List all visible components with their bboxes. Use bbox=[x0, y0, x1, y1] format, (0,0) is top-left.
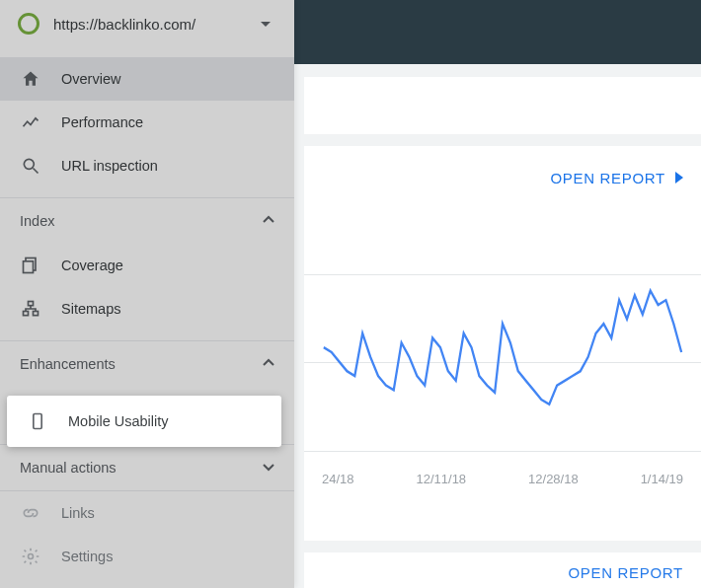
chevron-right-icon bbox=[675, 172, 683, 184]
sidebar-item-label: Sitemaps bbox=[61, 301, 120, 317]
performance-card: OPEN REPORT 24/18 12/11/18 12/28/18 1/14… bbox=[304, 146, 701, 541]
sidebar-item-label: Overview bbox=[61, 71, 120, 87]
second-card-header: OPEN REPORT bbox=[304, 552, 701, 588]
gear-icon bbox=[20, 546, 41, 567]
sitemap-icon bbox=[20, 298, 41, 320]
chevron-up-icon bbox=[263, 356, 274, 372]
svg-line-1 bbox=[34, 169, 39, 174]
section-label: Index bbox=[20, 213, 54, 229]
dropdown-icon bbox=[261, 22, 271, 27]
sidebar-item-label: Performance bbox=[61, 114, 143, 130]
sidebar-item-label: Mobile Usability bbox=[68, 413, 169, 429]
section-label: Manual actions bbox=[20, 460, 117, 476]
x-tick: 12/28/18 bbox=[528, 472, 579, 486]
highlight-mobile-usability: Mobile Usability bbox=[7, 396, 281, 447]
section-manual-actions[interactable]: Manual actions bbox=[0, 445, 294, 490]
sidebar-item-coverage[interactable]: Coverage bbox=[0, 244, 294, 287]
section-label: Enhancements bbox=[20, 356, 116, 372]
trend-icon bbox=[20, 111, 41, 133]
svg-rect-4 bbox=[29, 302, 34, 306]
sidebar-item-label: Coverage bbox=[61, 257, 123, 273]
smartphone-icon bbox=[27, 410, 48, 432]
svg-point-0 bbox=[24, 159, 34, 169]
property-selector[interactable]: https://backlinko.com/ bbox=[0, 0, 294, 47]
x-tick: 1/14/19 bbox=[641, 472, 683, 486]
x-axis-labels: 24/18 12/11/18 12/28/18 1/14/19 bbox=[322, 472, 683, 486]
coverage-icon bbox=[20, 255, 41, 276]
home-icon bbox=[20, 68, 41, 90]
sidebar-item-url-inspection[interactable]: URL inspection bbox=[0, 144, 294, 187]
chevron-up-icon bbox=[263, 213, 274, 229]
sidebar-item-overview[interactable]: Overview bbox=[0, 57, 294, 101]
x-tick: 24/18 bbox=[322, 472, 354, 486]
header-card bbox=[304, 77, 701, 134]
search-icon bbox=[20, 155, 41, 177]
svg-rect-3 bbox=[24, 261, 34, 273]
open-report-row: OPEN REPORT bbox=[322, 146, 683, 209]
sidebar-item-sitemaps[interactable]: Sitemaps bbox=[0, 287, 294, 331]
svg-point-7 bbox=[29, 554, 34, 559]
svg-rect-5 bbox=[24, 312, 29, 316]
chart-line bbox=[322, 219, 683, 485]
x-tick: 12/11/18 bbox=[417, 472, 467, 486]
link-icon bbox=[20, 502, 41, 524]
section-enhancements[interactable]: Enhancements bbox=[0, 341, 294, 387]
open-report-link-2[interactable]: OPEN REPORT bbox=[568, 564, 683, 581]
site-favicon bbox=[18, 13, 39, 35]
sidebar-item-settings[interactable]: Settings bbox=[0, 535, 294, 578]
chevron-down-icon bbox=[263, 460, 274, 476]
sidebar: https://backlinko.com/ Overview Performa… bbox=[0, 0, 294, 588]
site-url: https://backlinko.com/ bbox=[53, 16, 247, 33]
sidebar-item-label: URL inspection bbox=[61, 158, 158, 174]
sidebar-item-links[interactable]: Links bbox=[0, 491, 294, 535]
sidebar-item-label: Settings bbox=[61, 549, 113, 564]
svg-rect-6 bbox=[34, 312, 39, 316]
open-report-link[interactable]: OPEN REPORT bbox=[550, 170, 683, 186]
section-index[interactable]: Index bbox=[0, 198, 294, 244]
open-report-label: OPEN REPORT bbox=[550, 170, 665, 186]
sidebar-item-mobile-usability[interactable]: Mobile Usability bbox=[7, 396, 281, 447]
sidebar-item-label: Links bbox=[61, 505, 95, 521]
svg-rect-8 bbox=[34, 414, 41, 429]
chart: 24/18 12/11/18 12/28/18 1/14/19 bbox=[322, 219, 683, 485]
sidebar-item-performance[interactable]: Performance bbox=[0, 101, 294, 144]
